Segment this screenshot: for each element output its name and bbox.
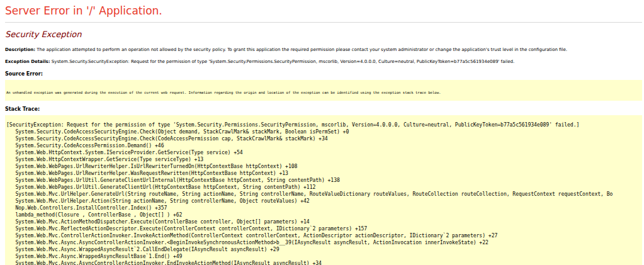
exception-details-text: System.Security.SecurityException: Reque… [52,59,514,64]
source-error-box: An unhandled exception was generated dur… [5,80,642,101]
title-divider [5,22,642,23]
stack-trace-box: [SecurityException: Request for the perm… [5,115,642,265]
stack-trace-text: [SecurityException: Request for the perm… [6,121,641,265]
page-title: Server Error in '/' Application. [5,4,642,17]
exception-details-label: Exception Details: [5,59,50,64]
stack-trace-label: Stack Trace: [5,106,642,112]
source-error-label: Source Error: [5,71,642,77]
exception-details-line: Exception Details: System.Security.Secur… [5,59,642,65]
description-text: The application attempted to perform an … [37,47,567,52]
description-label: Description: [5,47,35,52]
description-line: Description: The application attempted t… [5,47,642,53]
exception-subtitle: Security Exception [5,30,642,39]
source-error-text: An unhandled exception was generated dur… [6,91,441,94]
aspnet-error-page: Server Error in '/' Application. Securit… [0,0,644,265]
